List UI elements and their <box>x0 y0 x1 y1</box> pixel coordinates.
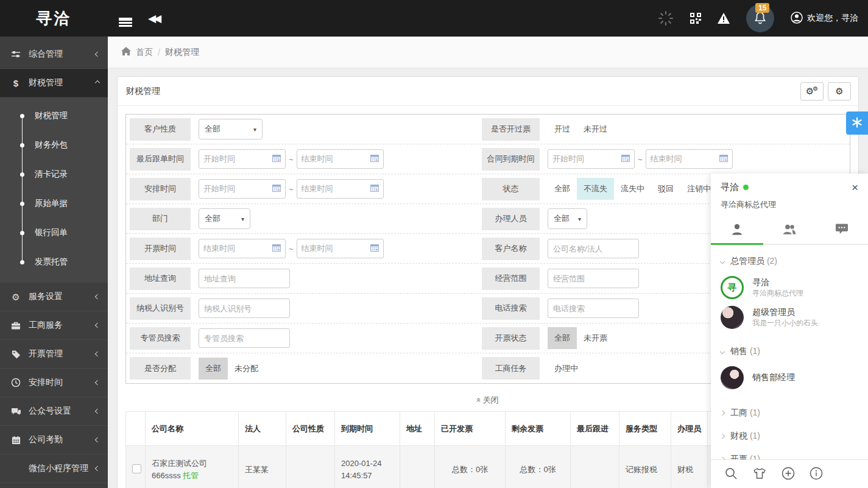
breadcrumb-current: 财税管理 <box>165 47 199 58</box>
chevron-down-icon <box>720 259 725 264</box>
sidebar-item-general[interactable]: 综合管理 <box>0 40 108 69</box>
filter-chip[interactable]: 全部 <box>548 178 577 200</box>
custody-tag: 托管 <box>183 471 199 480</box>
sidebar-item-invoicing[interactable]: 开票管理 <box>0 340 108 369</box>
group-invoicing[interactable]: 开票 (1) <box>711 448 868 459</box>
chevron-left-icon <box>95 437 100 442</box>
sidebar-item-finance-tax[interactable]: $ 财税管理 <box>0 69 108 97</box>
top-navbar: 寻洽 ◀◀ 15 欢迎您，寻洽 <box>0 0 868 37</box>
calendar-icon <box>272 244 281 253</box>
calendar-icon <box>719 154 728 164</box>
plus-circle-icon[interactable] <box>782 467 795 480</box>
phone-search-input[interactable] <box>548 299 639 318</box>
calendar-icon <box>370 154 379 164</box>
online-status-dot <box>743 185 749 190</box>
filter-chip[interactable]: 未开票 <box>577 327 614 349</box>
user-menu[interactable]: 欢迎您，寻洽 <box>791 12 858 26</box>
customer-name-input[interactable] <box>548 239 639 258</box>
close-icon[interactable]: × <box>852 182 858 193</box>
row-checkbox[interactable] <box>132 464 141 473</box>
follow-end-date-input[interactable]: 结束时间 <box>297 149 384 169</box>
arrange-start-date-input[interactable]: 开始时间 <box>199 179 286 199</box>
settings-button[interactable]: ⚙ <box>828 82 851 101</box>
follow-start-date-input[interactable]: 开始时间 <box>199 149 286 169</box>
dollar-icon: $ <box>10 78 22 88</box>
chevron-left-icon <box>95 409 100 414</box>
sidebar-item-label: 财税管理 <box>29 77 63 88</box>
submenu-item-bank-receipts[interactable]: 银行回单 <box>0 218 108 247</box>
sidebar-item-business-services[interactable]: 工商服务 <box>0 311 108 340</box>
sidebar-item-official-account[interactable]: 公众号设置 <box>0 397 108 426</box>
contact-list: 总管理员 (2) 寻 寻洽 寻洽商标总代理 超级管理员 我是一只小小的石头 销售… <box>711 245 868 459</box>
sidebar-nav: 综合管理 $ 财税管理 财税管理 财务外包 清卡记录 原始单据 银行回单 发票托… <box>0 37 108 488</box>
contact-xunqia[interactable]: 寻 寻洽 寻洽商标总代理 <box>711 273 868 303</box>
warning-icon[interactable] <box>718 13 730 24</box>
taxpayer-id-input[interactable] <box>199 299 290 318</box>
chevron-left-icon <box>95 323 100 328</box>
submenu-item-original-documents[interactable]: 原始单据 <box>0 189 108 218</box>
collapse-tabs-icon[interactable]: ◀◀ <box>148 12 159 25</box>
caret-down-icon: ▾ <box>241 216 244 222</box>
handler-select[interactable]: 全部▾ <box>548 208 587 229</box>
arrange-end-date-input[interactable]: 结束时间 <box>297 179 384 199</box>
tab-messages[interactable] <box>816 217 868 244</box>
sidebar-item-service-settings[interactable]: ⚙ 服务设置 <box>0 283 108 311</box>
filter-chip[interactable]: 未开过 <box>577 118 614 140</box>
tab-groups[interactable] <box>763 217 816 244</box>
search-icon[interactable] <box>724 467 738 480</box>
filter-chip[interactable]: 办理中 <box>548 358 585 380</box>
info-circle-icon[interactable] <box>810 467 823 480</box>
filter-chip[interactable]: 流失中 <box>614 178 651 200</box>
briefcase-icon <box>10 321 22 330</box>
tshirt-icon[interactable] <box>752 467 767 479</box>
supervisor-search-input[interactable] <box>199 328 290 348</box>
filter-chip-selected[interactable]: 不流失 <box>577 178 614 200</box>
tab-contacts[interactable] <box>711 217 763 244</box>
address-search-input[interactable] <box>199 269 290 288</box>
customer-nature-select[interactable]: 全部▾ <box>199 119 263 140</box>
filter-chip-selected[interactable]: 全部 <box>199 358 228 380</box>
contact-super-admin[interactable]: 超级管理员 我是一只小小的石头 <box>711 303 868 333</box>
sidebar-item-attendance[interactable]: 公司考勤 <box>0 426 108 454</box>
submenu-item-invoice-custody[interactable]: 发票托管 <box>0 247 108 277</box>
breadcrumb-home[interactable]: 首页 <box>136 47 153 58</box>
chat-subtitle: 寻洽商标总代理 <box>711 194 868 217</box>
contract-start-date-input[interactable]: 开始时间 <box>548 149 635 169</box>
clock-icon <box>10 378 22 387</box>
invoice-end-date-input[interactable]: 结束时间 <box>297 239 384 258</box>
group-business[interactable]: 工商 (1) <box>711 401 868 425</box>
submenu-item-finance-outsourcing[interactable]: 财务外包 <box>0 130 108 160</box>
group-finance[interactable]: 财税 (1) <box>711 425 868 448</box>
chevron-down-icon <box>720 349 725 354</box>
submenu-item-card-clearing[interactable]: 清卡记录 <box>0 160 108 189</box>
gear-icon: ⚙ <box>835 87 843 96</box>
notification-badge: 15 <box>755 3 769 13</box>
filter-label: 是否开过票 <box>482 118 540 141</box>
select-all-header <box>126 412 146 446</box>
contact-sales-manager[interactable]: 销售部经理 <box>711 363 868 393</box>
expire-time-cell: 2020-01-24 14:45:57 <box>335 446 400 488</box>
caret-down-icon: ▾ <box>253 126 256 133</box>
quick-tools-fab[interactable] <box>846 111 868 135</box>
filter-chip[interactable]: 开过 <box>548 118 577 140</box>
filter-chip-selected[interactable]: 全部 <box>548 327 577 349</box>
qr-code-icon[interactable] <box>690 13 701 24</box>
notifications-bell[interactable]: 15 <box>746 4 774 32</box>
sidebar-item-schedule[interactable]: 安排时间 <box>0 369 108 397</box>
filter-chip[interactable]: 未分配 <box>228 358 265 380</box>
group-sales[interactable]: 销售 (1) <box>711 340 868 363</box>
department-select[interactable]: 全部▾ <box>199 208 250 229</box>
hamburger-menu-icon[interactable] <box>119 16 132 21</box>
filter-chip[interactable]: 驳回 <box>651 178 680 200</box>
company-name-cell[interactable]: 石家庄测试公司 666ssss 托管 <box>146 446 239 488</box>
gear-icon: ⚙ <box>10 292 22 302</box>
submenu-item-finance-tax[interactable]: 财税管理 <box>0 101 108 130</box>
group-admins[interactable]: 总管理员 (2) <box>711 250 868 273</box>
invoice-start-date-input[interactable]: 结束时间 <box>199 239 286 258</box>
sidebar-item-wechat-miniprogram[interactable]: 微信小程序管理 <box>0 454 108 483</box>
app-logo: 寻洽 <box>0 8 108 29</box>
column-settings-button[interactable]: ⚙⚙ <box>800 82 824 101</box>
business-scope-input[interactable] <box>548 269 639 288</box>
contract-end-date-input[interactable]: 结束时间 <box>646 149 733 169</box>
chat-toolbar <box>711 459 868 488</box>
